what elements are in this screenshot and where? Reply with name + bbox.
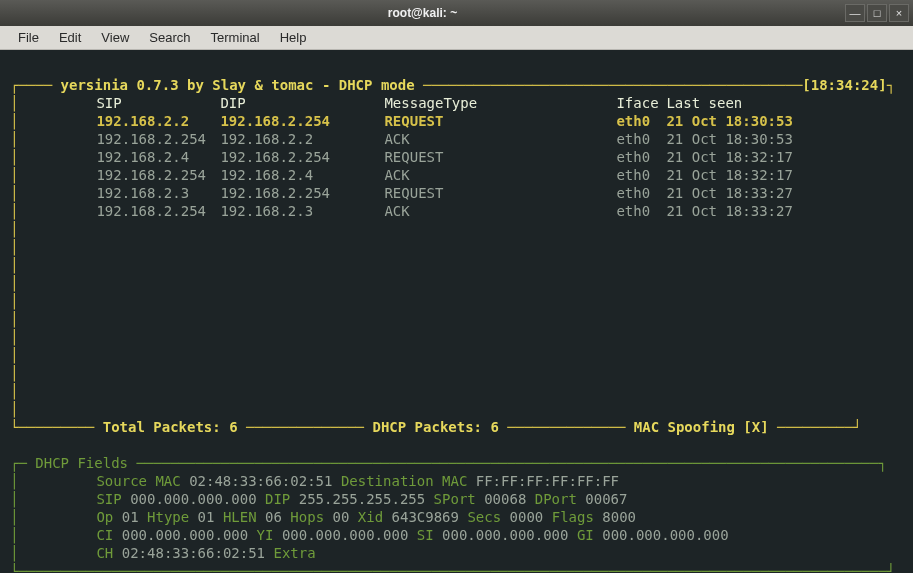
cell-msg: REQUEST [384,148,616,166]
cell-last: 21 Oct 18:30:53 [666,130,792,148]
field-key: Secs [467,509,509,525]
field-value: 255.255.255.255 [299,491,434,507]
field-value: 000.000.000.000 [282,527,417,543]
cell-iface: eth0 [616,112,666,130]
field-value: 000.000.000.000 [602,527,737,543]
menu-terminal[interactable]: Terminal [201,28,270,47]
cell-msg: ACK [384,202,616,220]
field-value: 000.000.000.000 [130,491,265,507]
cell-sip: 192.168.2.254 [96,202,220,220]
cell-sip: 192.168.2.254 [96,166,220,184]
field-value: 02:48:33:66:02:51 [122,545,274,561]
field-key: CI [96,527,121,543]
field-value: 06 [265,509,290,525]
field-key: SIP [96,491,130,507]
field-value: 000.000.000.000 [122,527,257,543]
total-packets-label: Total Packets: [94,419,229,435]
menu-view[interactable]: View [91,28,139,47]
window-titlebar: root@kali: ~ — □ × [0,0,913,26]
close-button[interactable]: × [889,4,909,22]
terminal-output[interactable]: ┌──── yersinia 0.7.3 by Slay & tomac - D… [0,50,913,573]
field-key: CH [96,545,121,561]
cell-iface: eth0 [616,202,666,220]
field-value: FF:FF:FF:FF:FF:FF [476,473,628,489]
field-key: Op [96,509,121,525]
cell-dip: 192.168.2.254 [220,148,384,166]
total-packets-value: 6 [229,419,246,435]
cell-dip: 192.168.2.254 [220,184,384,202]
field-value: 8000 [602,509,644,525]
clock: [18:34:24] [802,77,886,93]
field-key: Destination MAC [341,473,476,489]
field-key: SPort [434,491,485,507]
field-value: 00068 [484,491,535,507]
field-value: 00067 [585,491,636,507]
field-key: GI [577,527,602,543]
field-key: DIP [265,491,299,507]
field-key: Source MAC [96,473,189,489]
cell-iface: eth0 [616,130,666,148]
field-key: Htype [147,509,198,525]
menu-edit[interactable]: Edit [49,28,91,47]
cell-dip: 192.168.2.3 [220,202,384,220]
cell-sip: 192.168.2.4 [96,148,220,166]
maximize-button[interactable]: □ [867,4,887,22]
cell-last: 21 Oct 18:30:53 [666,112,792,130]
dhcp-packets-label: DHCP Packets: [364,419,490,435]
field-value: 643C9869 [392,509,468,525]
field-value: 02:48:33:66:02:51 [189,473,341,489]
dhcp-packets-value: 6 [490,419,507,435]
minimize-button[interactable]: — [845,4,865,22]
cell-dip: 192.168.2.4 [220,166,384,184]
cell-msg: REQUEST [384,184,616,202]
field-value: 01 [122,509,147,525]
cell-sip: 192.168.2.3 [96,184,220,202]
field-key: SI [417,527,442,543]
cell-iface: eth0 [616,184,666,202]
cell-sip: 192.168.2.2 [96,112,220,130]
cell-msg: REQUEST [384,112,616,130]
cell-iface: eth0 [616,148,666,166]
cell-last: 21 Oct 18:32:17 [666,166,792,184]
field-key: DPort [535,491,586,507]
col-last: Last seen [666,94,742,112]
field-key: YI [257,527,282,543]
field-key: Flags [552,509,603,525]
cell-dip: 192.168.2.254 [220,112,384,130]
field-value: 01 [198,509,223,525]
menu-help[interactable]: Help [270,28,317,47]
field-value: 00 [333,509,358,525]
box-title: yersinia 0.7.3 by Slay & tomac - DHCP mo… [52,77,423,93]
col-msg: MessageType [384,94,616,112]
col-sip: SIP [96,94,220,112]
window-title: root@kali: ~ [0,6,845,20]
field-key: HLEN [223,509,265,525]
cell-sip: 192.168.2.254 [96,130,220,148]
menu-search[interactable]: Search [139,28,200,47]
cell-msg: ACK [384,166,616,184]
cell-last: 21 Oct 18:33:27 [666,202,792,220]
cell-last: 21 Oct 18:33:27 [666,184,792,202]
menu-bar: File Edit View Search Terminal Help [0,26,913,50]
window-buttons: — □ × [845,4,909,22]
field-key: Xid [358,509,392,525]
cell-last: 21 Oct 18:32:17 [666,148,792,166]
cell-iface: eth0 [616,166,666,184]
field-value: 000.000.000.000 [442,527,577,543]
box-top: ┌──── [10,77,52,93]
cell-dip: 192.168.2.2 [220,130,384,148]
field-value: 0000 [510,509,552,525]
mac-spoofing: MAC Spoofing [X] [625,419,777,435]
cell-msg: ACK [384,130,616,148]
menu-file[interactable]: File [8,28,49,47]
field-key: Extra [273,545,324,561]
col-iface: Iface [616,94,666,112]
field-key: Hops [290,509,332,525]
fields-title: DHCP Fields [27,455,137,471]
col-dip: DIP [220,94,384,112]
